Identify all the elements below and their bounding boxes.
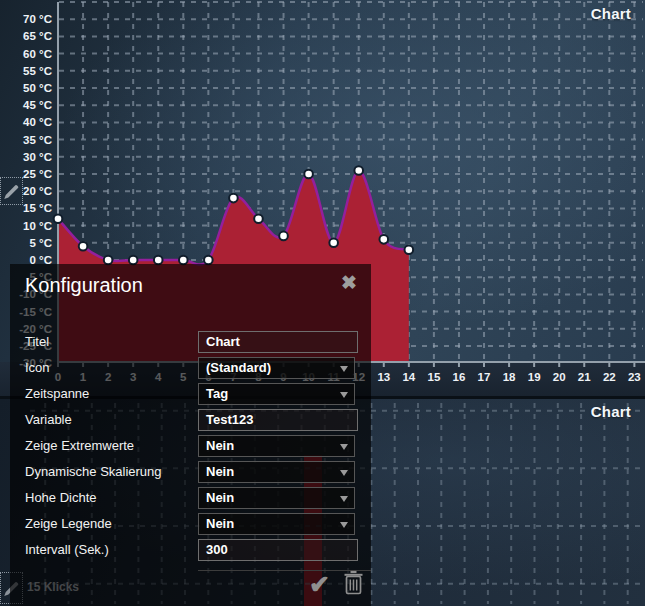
data-point [304, 170, 313, 179]
data-point [254, 214, 263, 223]
x-axis-label: 23 [628, 371, 641, 383]
x-axis-label: 19 [528, 371, 541, 383]
dropdown-arrow-icon [340, 444, 348, 450]
dropdown-arrow-icon [340, 496, 348, 502]
field-label: Zeige Extremwerte [25, 438, 134, 453]
y-axis-label: 70 °C [23, 13, 52, 25]
y-axis-label: 50 °C [23, 82, 52, 94]
x-axis-label: 13 [377, 371, 390, 383]
chart1-title: Chart [591, 5, 631, 22]
text-input-field[interactable]: 300 [198, 539, 358, 561]
close-icon[interactable]: ✖ [338, 272, 360, 294]
y-axis-label: 65 °C [23, 30, 52, 42]
x-axis-label: 16 [453, 371, 466, 383]
dashboard: 70 °C65 °C60 °C55 °C50 °C45 °C40 °C35 °C… [0, 0, 645, 606]
field-row-intervall-sek-: Intervall (Sek.)300 [10, 538, 371, 564]
pencil-icon [3, 183, 20, 200]
data-point [229, 194, 238, 203]
y-axis-label: 5 °C [30, 237, 53, 249]
field-row-zeige-extremwerte: Zeige ExtremwerteNein [10, 434, 371, 460]
data-point [379, 235, 388, 244]
dropdown-field[interactable]: Nein [198, 461, 355, 483]
y-axis-label: 60 °C [23, 48, 52, 60]
field-row-titel: TitelChart [10, 330, 371, 356]
dropdown-field[interactable]: (Standard) [198, 357, 355, 379]
x-axis-label: 18 [503, 371, 516, 383]
field-row-variable: VariableTest123 [10, 408, 371, 434]
field-label: Dynamische Skalierung [25, 464, 162, 479]
y-axis-label: 10 °C [23, 220, 52, 232]
dialog-title: Konfiguration [25, 274, 143, 297]
dropdown-field[interactable]: Nein [198, 513, 355, 535]
config-dialog: Konfiguration ✖ TitelChartIcon(Standard)… [10, 264, 371, 606]
text-input-field[interactable]: Chart [198, 331, 358, 353]
field-label: Hohe Dichte [25, 490, 97, 505]
dropdown-arrow-icon [340, 366, 348, 372]
field-label: Zeige Legende [25, 516, 112, 531]
x-axis-label: 17 [478, 371, 491, 383]
y-axis-label: 55 °C [23, 65, 52, 77]
field-label: Icon [25, 360, 50, 375]
data-point [204, 256, 213, 265]
dropdown-field[interactable]: Nein [198, 487, 355, 509]
data-point [179, 256, 188, 265]
data-point [279, 232, 288, 241]
data-point [405, 245, 414, 254]
x-axis-label: 15 [428, 371, 441, 383]
data-point [79, 242, 88, 251]
data-point [154, 256, 163, 265]
config-form: TitelChartIcon(Standard)ZeitspanneTagVar… [10, 330, 371, 564]
data-point [54, 214, 63, 223]
chart2-title: Chart [591, 403, 631, 420]
y-axis-label: 30 °C [23, 151, 52, 163]
dropdown-field[interactable]: Tag [198, 383, 355, 405]
edit-chart1-button[interactable] [0, 177, 23, 205]
text-input-field[interactable]: Test123 [198, 409, 358, 431]
field-label: Titel [25, 334, 49, 349]
data-point [354, 166, 363, 175]
field-row-zeige-legende: Zeige LegendeNein [10, 512, 371, 538]
field-row-zeitspanne: ZeitspanneTag [10, 382, 371, 408]
y-axis-label: 15 °C [23, 202, 52, 214]
field-row-hohe-dichte: Hohe DichteNein [10, 486, 371, 512]
y-axis-label: 35 °C [23, 134, 52, 146]
dropdown-arrow-icon [340, 392, 348, 398]
confirm-check-icon[interactable]: ✔ [309, 571, 335, 597]
y-axis-label: 25 °C [23, 168, 52, 180]
data-point [129, 256, 138, 265]
trash-icon[interactable] [343, 570, 364, 600]
dropdown-arrow-icon [340, 522, 348, 528]
y-axis-label: 40 °C [23, 116, 52, 128]
field-label: Intervall (Sek.) [25, 542, 109, 557]
dropdown-arrow-icon [340, 470, 348, 476]
data-point [329, 239, 338, 248]
x-axis-label: 14 [402, 371, 415, 383]
x-axis-label: 21 [578, 371, 591, 383]
dropdown-field[interactable]: Nein [198, 435, 355, 457]
x-axis-label: 22 [603, 371, 616, 383]
field-label: Variable [25, 412, 72, 427]
y-axis-label: 45 °C [23, 99, 52, 111]
data-point [104, 256, 113, 265]
y-axis-label: 20 °C [23, 185, 52, 197]
x-axis-label: 20 [553, 371, 566, 383]
field-label: Zeitspanne [25, 386, 89, 401]
field-row-dynamische-skalierung: Dynamische SkalierungNein [10, 460, 371, 486]
field-row-icon: Icon(Standard) [10, 356, 371, 382]
